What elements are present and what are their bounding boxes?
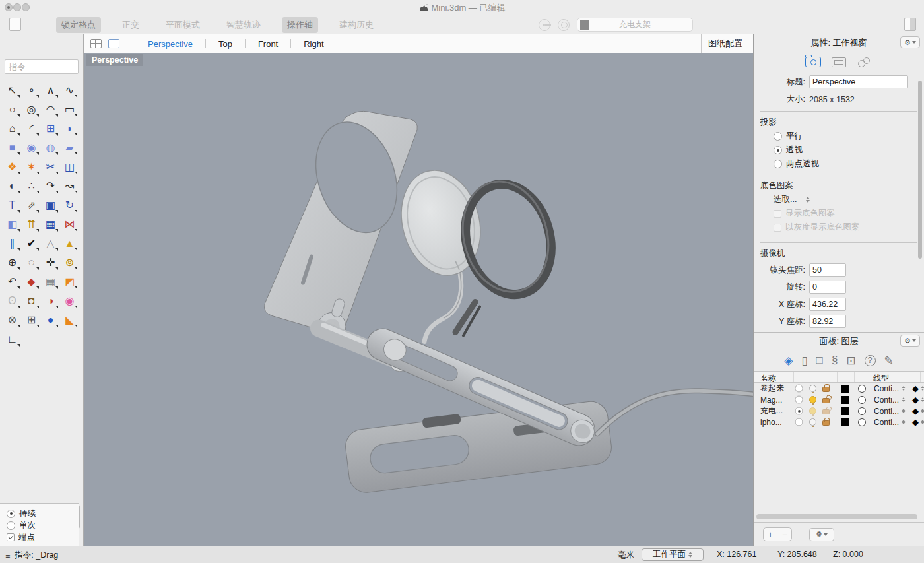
- material-circle-icon[interactable]: [858, 396, 866, 404]
- torus-icon[interactable]: ◍: [41, 138, 60, 157]
- help-icon[interactable]: ?: [865, 355, 876, 366]
- properties-scrollbar[interactable]: [918, 81, 922, 259]
- extrude-icon[interactable]: ⇈: [22, 215, 41, 234]
- radio-control[interactable]: [7, 521, 15, 530]
- layers-hscrollbar[interactable]: [756, 514, 917, 519]
- layers-action-menu-button[interactable]: ⚙: [809, 528, 834, 541]
- layer-color-swatch[interactable]: [841, 418, 849, 426]
- current-layer-radio[interactable]: [795, 396, 803, 404]
- split-icon[interactable]: ◫: [60, 157, 79, 176]
- plan-view-icon[interactable]: ▦: [41, 272, 60, 291]
- camera-tab-icon[interactable]: [805, 57, 821, 67]
- car-icon[interactable]: ◆: [22, 272, 41, 291]
- camera-field-input[interactable]: [809, 315, 846, 328]
- material-circle-icon[interactable]: [858, 385, 866, 393]
- control-point-curve-icon[interactable]: ∿: [60, 81, 79, 100]
- zoom-selected-icon[interactable]: ⊚: [60, 253, 79, 272]
- layer-name[interactable]: 卷起来: [760, 383, 795, 394]
- snap-option-row[interactable]: 单次: [7, 519, 79, 531]
- current-layer-radio[interactable]: [795, 418, 803, 426]
- sphere-grid-icon[interactable]: ⊞: [22, 310, 41, 329]
- search-input[interactable]: 充电支架: [577, 18, 693, 32]
- viewport-canvas[interactable]: Perspective: [84, 53, 753, 546]
- select-filter-icon[interactable]: ◩: [60, 272, 79, 291]
- radio-control[interactable]: [774, 132, 782, 141]
- wallpaper-select[interactable]: 选取...: [774, 194, 924, 205]
- explode-icon[interactable]: ✶: [22, 157, 41, 176]
- command-input[interactable]: [5, 59, 79, 74]
- linetype-value[interactable]: Conti...: [874, 395, 899, 405]
- layer-color-swatch[interactable]: [841, 407, 849, 415]
- select-arrow-icon[interactable]: ↖: [3, 81, 22, 100]
- radio-control[interactable]: [7, 510, 15, 518]
- menu-icon[interactable]: ≡: [5, 551, 10, 560]
- undo-view-icon[interactable]: ↶: [3, 272, 22, 291]
- layer-name[interactable]: Mag...: [760, 395, 795, 405]
- projection-option[interactable]: 平行: [774, 131, 924, 142]
- lightbulb-icon[interactable]: ʘ: [3, 291, 22, 310]
- monitor-icon[interactable]: ⊡: [846, 354, 855, 368]
- print-color-diamond[interactable]: ◆: [912, 395, 919, 405]
- camera-field-input[interactable]: [809, 298, 846, 311]
- visibility-bulb-icon[interactable]: [809, 418, 816, 426]
- left-sidebar-toggle-icon[interactable]: [9, 18, 21, 31]
- linetype-value[interactable]: Conti...: [874, 407, 899, 416]
- curved-surface-icon[interactable]: ◗: [60, 119, 79, 138]
- camera-field-input[interactable]: [809, 263, 846, 277]
- snap-option-row[interactable]: 持续: [7, 508, 79, 519]
- text-icon[interactable]: T: [3, 195, 22, 215]
- sphere-icon[interactable]: ◉: [22, 138, 41, 157]
- zoom-in-icon[interactable]: ⊕: [3, 253, 22, 272]
- material-circle-icon[interactable]: [858, 407, 866, 415]
- offset-icon[interactable]: ∥: [3, 234, 22, 253]
- snap-option-row[interactable]: 端点: [7, 531, 79, 543]
- solid-edit-icon[interactable]: ◧: [3, 215, 22, 234]
- viewport-tab-perspective[interactable]: Perspective: [144, 39, 197, 49]
- curve-fillet-icon[interactable]: ◜: [22, 119, 41, 138]
- add-layer-button[interactable]: +: [764, 528, 777, 541]
- layer-name[interactable]: 充电...: [760, 405, 795, 416]
- viewport-tab-top[interactable]: Top: [214, 39, 236, 49]
- render-cone-icon[interactable]: ◣: [60, 310, 79, 329]
- ellipse-icon[interactable]: ◎: [22, 100, 41, 119]
- rectangle-icon[interactable]: ▭: [60, 100, 79, 119]
- layer-row[interactable]: 充电...Conti...◆: [754, 405, 924, 416]
- layer-row[interactable]: Mag...Conti...◆: [754, 394, 924, 405]
- viewport-title-input[interactable]: [809, 75, 908, 88]
- lock-icon[interactable]: [822, 398, 830, 403]
- lock-icon[interactable]: [822, 387, 830, 392]
- print-color-diamond[interactable]: ◆: [912, 417, 919, 427]
- print-color-diamond[interactable]: ◆: [912, 383, 919, 393]
- scroll-icon[interactable]: §: [832, 354, 838, 367]
- units-label[interactable]: 毫米: [618, 550, 634, 561]
- surface-patch-icon[interactable]: ▰: [60, 138, 79, 157]
- projection-option[interactable]: 两点透视: [774, 158, 924, 170]
- layers-icon[interactable]: ◈: [784, 354, 793, 368]
- toolbar-toggle-button[interactable]: 操作轴: [282, 17, 318, 33]
- layer-row[interactable]: 卷起来Conti...◆: [754, 383, 924, 394]
- projection-option[interactable]: 透视: [774, 145, 924, 156]
- viewport-tab-right[interactable]: Right: [300, 39, 327, 49]
- radio-control[interactable]: [774, 146, 782, 154]
- color-wheel-icon[interactable]: ◉: [60, 291, 79, 310]
- cube-icon[interactable]: □: [816, 354, 823, 367]
- visibility-bulb-icon[interactable]: [809, 385, 816, 392]
- current-layer-radio[interactable]: [795, 385, 803, 393]
- toolbar-toggle-button[interactable]: 平面模式: [160, 17, 205, 33]
- page-icon[interactable]: ▯: [801, 354, 807, 368]
- right-sidebar-toggle-icon[interactable]: [904, 18, 916, 31]
- single-viewport-layout-icon[interactable]: [108, 39, 119, 48]
- lock-icon[interactable]: [822, 420, 830, 426]
- properties-gear-button[interactable]: ⚙: [900, 36, 920, 48]
- viewport-label[interactable]: Perspective: [86, 54, 143, 66]
- check-icon[interactable]: ✔: [22, 234, 41, 253]
- fillet-corner-icon[interactable]: ↷: [41, 176, 60, 195]
- four-viewport-layout-icon[interactable]: [90, 39, 102, 48]
- copy-icon[interactable]: ▣: [41, 195, 60, 215]
- play-circle-icon[interactable]: [539, 19, 550, 31]
- layer-row[interactable]: ipho...Conti...◆: [754, 416, 924, 428]
- remove-layer-button[interactable]: −: [777, 528, 791, 541]
- layer-color-swatch[interactable]: [841, 385, 849, 393]
- checkbox-control[interactable]: [7, 533, 15, 541]
- arc-icon[interactable]: ◠: [41, 100, 60, 119]
